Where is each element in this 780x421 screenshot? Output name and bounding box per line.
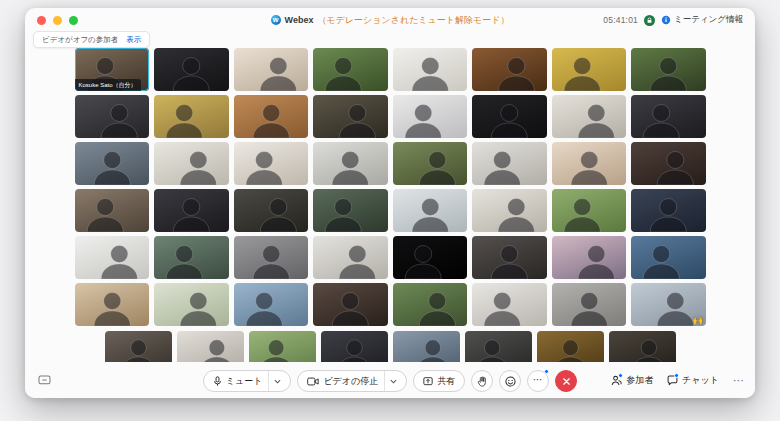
video-tile[interactable] [393, 189, 468, 232]
person-silhouette [631, 95, 706, 138]
video-tile[interactable] [313, 95, 388, 138]
video-tile[interactable] [154, 142, 229, 185]
leave-meeting-button[interactable] [555, 370, 577, 392]
more-options-notification-dot [544, 369, 549, 374]
share-button[interactable]: 共有 [413, 370, 465, 392]
participants-button[interactable]: 参加者 [611, 374, 653, 387]
video-tile[interactable] [472, 142, 547, 185]
chat-button[interactable]: チャット [667, 374, 719, 387]
video-tile[interactable] [154, 95, 229, 138]
video-tile[interactable] [472, 48, 547, 91]
person-silhouette [472, 142, 547, 185]
video-tile[interactable] [552, 95, 627, 138]
video-tile[interactable] [75, 283, 150, 326]
video-tile[interactable] [631, 189, 706, 232]
stop-video-label: ビデオの停止 [323, 375, 378, 388]
meeting-timer: 05:41:01 [603, 15, 638, 25]
minimize-window-button[interactable] [53, 16, 62, 25]
control-bar: ミュート ビデオの停止 共有 ⋯ [25, 362, 755, 398]
video-tile[interactable] [75, 95, 150, 138]
close-x-icon [562, 377, 571, 386]
video-tile[interactable] [472, 283, 547, 326]
reactions-button[interactable] [499, 370, 521, 392]
video-tile[interactable] [234, 142, 309, 185]
person-silhouette [393, 189, 468, 232]
video-tile[interactable] [75, 236, 150, 279]
person-silhouette [472, 236, 547, 279]
camera-icon [307, 377, 319, 386]
person-silhouette [393, 236, 468, 279]
video-tile[interactable] [154, 189, 229, 232]
close-window-button[interactable] [37, 16, 46, 25]
video-tile[interactable] [552, 189, 627, 232]
video-tile[interactable] [154, 236, 229, 279]
video-tile[interactable] [472, 236, 547, 279]
meeting-mode-title: （モデレーションされたミュート解除モード） [317, 14, 509, 27]
mute-options-chevron[interactable] [268, 371, 281, 391]
person-silhouette [472, 95, 547, 138]
video-tile[interactable] [393, 142, 468, 185]
video-tile[interactable] [234, 95, 309, 138]
video-tile[interactable] [313, 236, 388, 279]
video-tile[interactable] [631, 142, 706, 185]
participant-grid: Kosuke Sato（自分）🙌 [25, 48, 755, 371]
video-tile[interactable] [313, 48, 388, 91]
meeting-info-button[interactable]: ミーティング情報 [661, 14, 743, 26]
person-silhouette [552, 95, 627, 138]
video-off-participants-panel[interactable]: ビデオがオフの参加者 表示 [33, 31, 150, 48]
video-tile[interactable] [313, 189, 388, 232]
person-silhouette [313, 95, 388, 138]
video-tile[interactable] [393, 283, 468, 326]
video-tile[interactable] [234, 236, 309, 279]
webex-meeting-window: W Webex （モデレーションされたミュート解除モード） 05:41:01 ミ… [25, 8, 755, 398]
video-tile[interactable]: Kosuke Sato（自分） [75, 48, 150, 91]
stop-video-button[interactable]: ビデオの停止 [297, 370, 407, 392]
video-tile[interactable] [631, 236, 706, 279]
video-options-chevron[interactable] [384, 371, 397, 391]
more-options-button[interactable]: ⋯ [527, 370, 549, 392]
video-tile[interactable] [234, 189, 309, 232]
person-silhouette [313, 48, 388, 91]
video-tile[interactable] [552, 142, 627, 185]
video-tile[interactable] [552, 48, 627, 91]
video-tile[interactable] [552, 283, 627, 326]
mute-label: ミュート [226, 375, 263, 388]
video-tile[interactable] [154, 283, 229, 326]
video-tile[interactable] [472, 189, 547, 232]
person-silhouette [75, 189, 150, 232]
caption-icon [38, 375, 51, 386]
video-tile[interactable] [75, 142, 150, 185]
video-tile[interactable] [234, 48, 309, 91]
video-tile[interactable] [234, 283, 309, 326]
mute-button[interactable]: ミュート [203, 370, 292, 392]
person-silhouette [631, 48, 706, 91]
video-tile[interactable] [393, 236, 468, 279]
video-tile[interactable] [631, 95, 706, 138]
person-silhouette [154, 236, 229, 279]
person-silhouette [472, 283, 547, 326]
video-tile[interactable] [313, 142, 388, 185]
video-tile[interactable] [154, 48, 229, 91]
person-silhouette [393, 283, 468, 326]
raise-hand-button[interactable] [471, 370, 493, 392]
person-silhouette [631, 142, 706, 185]
person-silhouette [234, 236, 309, 279]
person-silhouette [631, 189, 706, 232]
video-tile[interactable] [472, 95, 547, 138]
video-tile[interactable] [552, 236, 627, 279]
person-silhouette [313, 236, 388, 279]
zoom-window-button[interactable] [69, 16, 78, 25]
video-off-label: ビデオがオフの参加者 [42, 35, 118, 45]
video-tile[interactable] [631, 48, 706, 91]
video-tile[interactable] [393, 95, 468, 138]
person-silhouette [393, 95, 468, 138]
participants-label: 参加者 [626, 374, 653, 387]
video-off-show-link[interactable]: 表示 [126, 35, 141, 45]
video-tile[interactable] [393, 48, 468, 91]
closed-caption-button[interactable] [35, 372, 53, 388]
video-tile[interactable]: 🙌 [631, 283, 706, 326]
microphone-icon [213, 376, 222, 387]
video-tile[interactable] [75, 189, 150, 232]
more-panels-button[interactable]: ⋯ [733, 374, 745, 387]
video-tile[interactable] [313, 283, 388, 326]
